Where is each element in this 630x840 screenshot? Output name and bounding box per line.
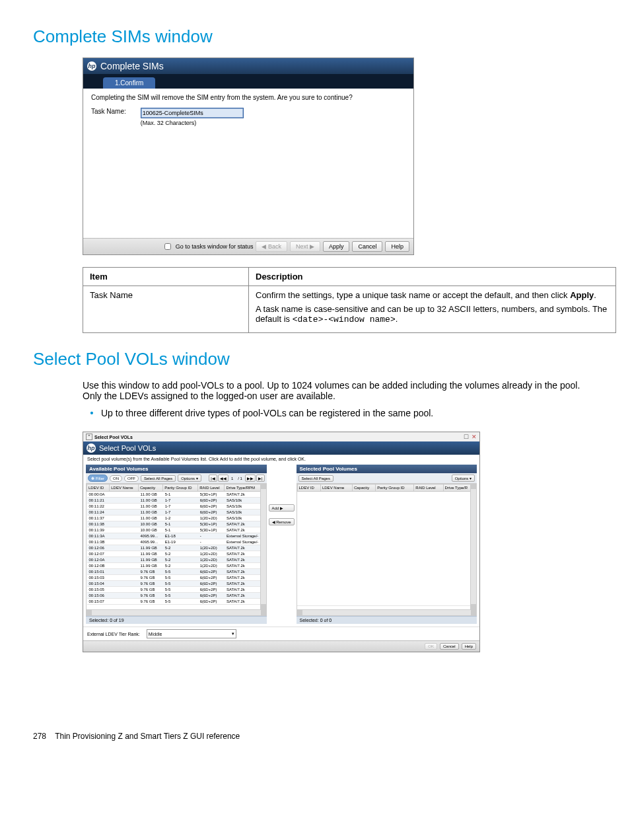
maximize-icon[interactable]: ☐ [464, 434, 469, 440]
table-row[interactable]: 00:15:069.76 GB5-56(6D+2P)SATA/7.2k [87, 593, 266, 599]
outer-title: Select Pool VOLs [94, 435, 133, 439]
collapse-icon[interactable]: ⌃ [86, 434, 92, 440]
tier-rank-dropdown[interactable]: Middle▾ [147, 629, 236, 638]
table-row[interactable]: 00:15:039.76 GB5-56(6D+2P)SATA/7.2k [87, 575, 266, 581]
ok-button[interactable]: OK [425, 643, 437, 650]
pager-last-button[interactable]: ▶| [256, 475, 265, 482]
selected-toolbar: Select All Pages Options ▾ [297, 473, 477, 484]
dialog-footer: Go to tasks window for status ◀ Back Nex… [83, 238, 413, 254]
footer-text: Thin Provisioning Z and Smart Tiers Z GU… [55, 732, 240, 741]
col-header[interactable]: Parity Group ID [376, 484, 414, 492]
available-table[interactable]: LDEV IDLDEV NameCapacityParity Group IDR… [87, 484, 266, 605]
dialog-title: Complete SIMs [100, 61, 164, 71]
table-row[interactable]: 00:12:0611.99 GB5-21(2D+2D)SATA/7.2k [87, 545, 266, 551]
vertical-scrollbar-right[interactable] [470, 484, 476, 609]
col-header[interactable]: LDEV ID [87, 484, 110, 492]
heading-select-pool-vols: Select Pool VOLs window [33, 349, 597, 369]
pager-next-button[interactable]: ▶▶ [245, 475, 256, 482]
col-header[interactable]: Capacity [138, 484, 162, 492]
cancel-button[interactable]: Cancel [352, 241, 382, 252]
pager-total: / 1 [236, 477, 244, 480]
heading-complete-sims: Complete SIMs window [33, 26, 597, 47]
table-row[interactable]: 00:11:2411.00 GB1-76(6D+2P)SAS/10k [87, 510, 266, 515]
confirm-warning-text: Completing the SIM will remove the SIM e… [91, 94, 405, 101]
goto-tasks-checkbox[interactable] [164, 243, 171, 250]
table-row[interactable]: 00:15:079.76 GB5-56(6D+2P)SATA/7.2k [87, 599, 266, 605]
table-row[interactable]: 00:11:3A4095.99...E1-18-External Storage… [87, 533, 266, 539]
transfer-buttons: Add ▶ ◀ Remove [269, 465, 295, 565]
selected-table[interactable]: LDEV IDLDEV NameCapacityParity Group IDR… [297, 484, 477, 606]
instruction-text: Select pool volume(s) from the Available… [83, 455, 479, 463]
table-row[interactable]: 00:11:2211.00 GB1-76(6D+2P)SAS/10k [87, 504, 266, 510]
pool-bullet-item: Up to three different drive types of poo… [83, 408, 597, 418]
description-table: Item Description Task Name Confirm the s… [83, 267, 616, 333]
add-button[interactable]: Add ▶ [269, 504, 295, 512]
outer-titlebar: ⌃ Select Pool VOLs ☐ ✕ [83, 432, 479, 441]
dialog-titlebar: hp Complete SIMs [83, 58, 413, 74]
table-row[interactable]: 00:15:019.76 GB5-56(6D+2P)SATA/7.2k [87, 569, 266, 575]
options-button[interactable]: Options ▾ [178, 475, 201, 482]
available-toolbar: ✽ Filter ON OFF Select All Pages Options… [86, 473, 267, 484]
help-button[interactable]: Help [462, 643, 476, 650]
available-volumes-panel: Available Pool Volumes ✽ Filter ON OFF S… [86, 465, 267, 624]
select-pool-vols-dialog: ⌃ Select Pool VOLs ☐ ✕ hp Select Pool VO… [83, 432, 480, 652]
table-row[interactable]: 00:11:3810.00 GB5-15(3D+1P)SATA/7.2k [87, 521, 266, 527]
apply-button[interactable]: Apply [323, 241, 350, 252]
selected-selected-status: Selected: 0 of 0 [297, 616, 477, 624]
available-header: Available Pool Volumes [86, 465, 267, 473]
table-row[interactable]: 00:11:3B4095.99...E1-19-External Storage… [87, 539, 266, 545]
table-row[interactable]: 00:12:0A11.99 GB5-21(2D+2D)SATA/7.2k [87, 557, 266, 563]
task-name-label: Task Name: [91, 108, 126, 115]
help-button[interactable]: Help [385, 241, 409, 252]
close-icon[interactable]: ✕ [472, 434, 477, 440]
complete-sims-dialog: hp Complete SIMs 1.Confirm Completing th… [83, 57, 414, 255]
pager-prev-button[interactable]: ◀◀ [218, 475, 228, 482]
table-row[interactable]: 00:11:3711.00 GB1-21(2D+2D)SAS/10k [87, 515, 266, 521]
hp-logo-icon: hp [87, 61, 96, 71]
select-all-pages-button-right[interactable]: Select All Pages [298, 475, 333, 482]
hp-logo-icon: hp [87, 443, 96, 453]
cancel-button[interactable]: Cancel [440, 643, 459, 650]
col-header[interactable]: LDEV Name [110, 484, 139, 492]
table-row[interactable]: 00:11:2111.00 GB1-76(6D+2P)SAS/10k [87, 498, 266, 504]
col-header[interactable]: Capacity [352, 484, 375, 492]
table-row[interactable]: 00:15:049.76 GB5-56(6D+2P)SATA/7.2k [87, 581, 266, 587]
next-button[interactable]: Next ▶ [290, 241, 320, 252]
vertical-scrollbar[interactable] [260, 484, 266, 609]
col-header[interactable]: LDEV Name [320, 484, 352, 492]
col-description: Description [249, 268, 616, 286]
horizontal-scrollbar-right[interactable] [297, 610, 477, 616]
page-number: 278 [33, 732, 46, 741]
back-button[interactable]: ◀ Back [256, 241, 287, 252]
pool-intro-text: Use this window to add pool-VOLs to a po… [83, 380, 597, 401]
select-all-pages-button[interactable]: Select All Pages [141, 475, 176, 482]
table-row[interactable]: 00:00:0A11.00 GB5-15(3D+1P)SATA/7.2k [87, 492, 266, 498]
options-button-right[interactable]: Options ▾ [452, 475, 475, 482]
desc-task-name: Confirm the settings, type a unique task… [249, 286, 616, 333]
tier-rank-label: External LDEV Tier Rank: [87, 632, 140, 636]
table-row[interactable]: 00:12:0B11.99 GB5-21(2D+2D)SATA/7.2k [87, 563, 266, 569]
inner-titlebar: hp Select Pool VOLs [83, 441, 479, 455]
table-row[interactable]: 00:15:059.76 GB5-56(6D+2P)SATA/7.2k [87, 587, 266, 593]
table-row[interactable]: 00:11:3910.00 GB5-15(3D+1P)SATA/7.2k [87, 527, 266, 533]
tab-confirm[interactable]: 1.Confirm [103, 77, 155, 89]
page-footer: 278 Thin Provisioning Z and Smart Tiers … [33, 732, 597, 741]
col-header[interactable]: RAID Level [414, 484, 443, 492]
col-header[interactable]: RAID Level [198, 484, 225, 492]
horizontal-scrollbar[interactable] [86, 610, 267, 616]
selected-header: Selected Pool Volumes [297, 465, 477, 473]
table-row[interactable]: 00:12:0711.99 GB5-21(2D+2D)SATA/7.2k [87, 551, 266, 557]
remove-button[interactable]: ◀ Remove [269, 518, 295, 525]
pager-first-button[interactable]: |◀ [209, 475, 217, 482]
available-selected-status: Selected: 0 of 19 [86, 616, 267, 624]
col-header[interactable]: LDEV ID [297, 484, 320, 492]
goto-tasks-label: Go to tasks window for status [176, 243, 254, 250]
filter-button[interactable]: ✽ Filter [88, 475, 108, 482]
col-header[interactable]: Parity Group ID [163, 484, 198, 492]
inner-title: Select Pool VOLs [99, 444, 156, 452]
selected-table-wrap: LDEV IDLDEV NameCapacityParity Group IDR… [297, 484, 477, 610]
pager-current: 1 [229, 477, 235, 480]
filter-on-toggle[interactable]: ON [110, 475, 122, 482]
task-name-input[interactable] [141, 108, 244, 118]
filter-off-toggle[interactable]: OFF [124, 475, 139, 482]
